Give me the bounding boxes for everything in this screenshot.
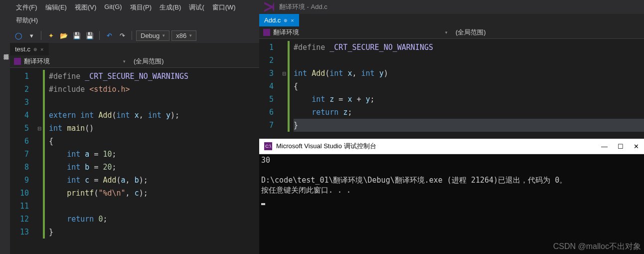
nav-bar-right: 翻译环境 ▾ (全局范围) bbox=[259, 26, 644, 39]
console-title-bar: C:\ Microsoft Visual Studio 调试控制台 — ☐ ✕ bbox=[259, 139, 644, 154]
project-icon bbox=[14, 58, 21, 65]
menu-help[interactable]: 帮助(H) bbox=[12, 14, 42, 27]
fold-toggle[interactable]: ⊟ bbox=[36, 122, 43, 135]
tab-bar-right: Add.c ⊕ × bbox=[259, 14, 644, 26]
nav-label: (全局范围) bbox=[456, 28, 486, 37]
nav-project-dropdown[interactable]: 翻译环境 ▾ bbox=[259, 26, 452, 38]
toolbar: ◯ ▾ ✦ 📂 💾 💾 ↶ ↷ Debug x86 bbox=[10, 28, 259, 43]
pin-icon[interactable]: ⊕ bbox=[284, 18, 288, 23]
console-output[interactable]: 30 D:\code\test_01\翻译环境\Debug\翻译环境.exe (… bbox=[259, 154, 644, 254]
maximize-button[interactable]: ☐ bbox=[618, 143, 624, 150]
sidebar-tab-server-explorer[interactable]: 服务器资源管理器 bbox=[2, 50, 10, 254]
chevron-down-icon: ▾ bbox=[445, 30, 448, 35]
watermark: CSDN @malloc不出对象 bbox=[553, 242, 641, 252]
menu-build[interactable]: 生成(B) bbox=[156, 1, 185, 14]
fold-gutter: ⊟ bbox=[36, 68, 43, 254]
menu-edit[interactable]: 编辑(E) bbox=[41, 1, 71, 14]
undo-button[interactable]: ↶ bbox=[104, 30, 115, 41]
nav-back-button[interactable]: ◯ bbox=[13, 30, 24, 41]
separator bbox=[99, 31, 100, 40]
separator bbox=[41, 31, 41, 40]
minimize-button[interactable]: — bbox=[601, 143, 608, 150]
window-title: 翻译环境 - Add.c bbox=[279, 2, 327, 11]
console-window: C:\ Microsoft Visual Studio 调试控制台 — ☐ ✕ … bbox=[259, 139, 644, 254]
nav-label: (全局范围) bbox=[134, 57, 164, 66]
project-icon bbox=[263, 29, 270, 36]
nav-fwd-button[interactable]: ▾ bbox=[26, 30, 37, 41]
code-area[interactable]: #define _CRT_SECURE_NO_WARNINGS #include… bbox=[45, 68, 259, 254]
tab-add-c[interactable]: Add.c ⊕ × bbox=[259, 14, 299, 26]
menu-project[interactable]: 项目(P) bbox=[126, 1, 156, 14]
tab-bar-left: test.c ⊕ × bbox=[10, 43, 259, 55]
line-gutter: 1 2 3 4 5 6 7 8 9 10 11 12 13 bbox=[10, 68, 36, 254]
open-folder-button[interactable]: 📂 bbox=[58, 30, 69, 41]
tab-test-c[interactable]: test.c ⊕ × bbox=[10, 43, 49, 55]
chevron-down-icon: ▾ bbox=[123, 59, 126, 64]
tab-label: Add.c bbox=[264, 16, 281, 24]
pin-icon[interactable]: ⊕ bbox=[33, 47, 37, 52]
title-bar-right: 翻译环境 - Add.c bbox=[259, 0, 644, 14]
fold-toggle[interactable]: ⊟ bbox=[281, 67, 288, 80]
close-icon[interactable]: × bbox=[291, 17, 294, 23]
menu-git[interactable]: Git(G) bbox=[100, 1, 126, 14]
nav-scope-dropdown[interactable]: (全局范围) bbox=[452, 26, 644, 38]
new-file-button[interactable]: ✦ bbox=[45, 30, 56, 41]
editor-left[interactable]: 1 2 3 4 5 6 7 8 9 10 11 12 13 ⊟ #define … bbox=[10, 68, 259, 254]
redo-button[interactable]: ↷ bbox=[117, 30, 128, 41]
config-dropdown[interactable]: Debug bbox=[136, 30, 169, 41]
fold-gutter: ⊟ bbox=[281, 39, 288, 139]
cursor bbox=[261, 203, 265, 205]
console-icon: C:\ bbox=[264, 142, 272, 150]
menu-window[interactable]: 窗口(W) bbox=[208, 1, 240, 14]
nav-label: 翻译环境 bbox=[24, 57, 50, 66]
close-button[interactable]: ✕ bbox=[634, 143, 639, 150]
nav-scope-dropdown[interactable]: (全局范围) bbox=[130, 55, 259, 67]
left-sidebar: 服务器资源管理器 工具箱 bbox=[0, 0, 10, 254]
nav-bar-left: 翻译环境 ▾ (全局范围) bbox=[10, 55, 259, 68]
menu-bar: 文件(F) 编辑(E) 视图(V) Git(G) 项目(P) 生成(B) 调试(… bbox=[10, 0, 259, 28]
save-button[interactable]: 💾 bbox=[71, 30, 82, 41]
line-gutter: 1 2 3 4 5 6 7 bbox=[259, 39, 281, 139]
nav-project-dropdown[interactable]: 翻译环境 ▾ bbox=[10, 55, 130, 67]
vs-logo-icon bbox=[264, 2, 274, 12]
menu-view[interactable]: 视图(V) bbox=[71, 1, 100, 14]
menu-debug[interactable]: 调试( bbox=[185, 1, 208, 14]
tab-label: test.c bbox=[15, 45, 30, 53]
console-title-text: Microsoft Visual Studio 调试控制台 bbox=[276, 142, 376, 151]
right-panel: 翻译环境 - Add.c Add.c ⊕ × 翻译环境 ▾ (全局范围) 1 2… bbox=[259, 0, 644, 254]
close-icon[interactable]: × bbox=[40, 46, 43, 52]
menu-file[interactable]: 文件(F) bbox=[12, 1, 41, 14]
save-all-button[interactable]: 💾 bbox=[84, 30, 95, 41]
platform-dropdown[interactable]: x86 bbox=[171, 30, 196, 41]
code-area[interactable]: #define _CRT_SECURE_NO_WARNINGS int Add(… bbox=[290, 39, 644, 139]
left-editor-panel: 文件(F) 编辑(E) 视图(V) Git(G) 项目(P) 生成(B) 调试(… bbox=[10, 0, 259, 254]
nav-label: 翻译环境 bbox=[273, 28, 299, 37]
separator bbox=[132, 31, 132, 40]
editor-right[interactable]: 1 2 3 4 5 6 7 ⊟ #define _CRT_SECURE_NO_W… bbox=[259, 39, 644, 139]
